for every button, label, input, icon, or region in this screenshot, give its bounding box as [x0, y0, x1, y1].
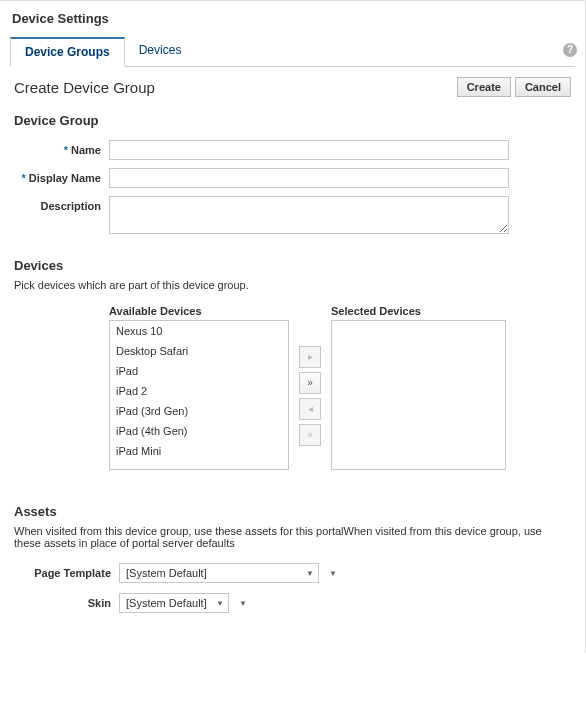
- tab-bar: Device Groups Devices: [10, 36, 575, 67]
- chevron-down-icon: ▼: [212, 599, 228, 608]
- display-name-label: * Display Name: [14, 168, 109, 184]
- cancel-button[interactable]: Cancel: [515, 77, 571, 97]
- help-icon[interactable]: ?: [563, 43, 577, 57]
- move-left-button[interactable]: ◂: [299, 398, 321, 420]
- page-template-select[interactable]: [System Default] ▼: [119, 563, 319, 583]
- skin-select[interactable]: [System Default] ▼: [119, 593, 229, 613]
- name-input[interactable]: [109, 140, 509, 160]
- available-device-item[interactable]: iPad (3rd Gen): [110, 401, 288, 421]
- available-device-item[interactable]: Desktop Safari: [110, 341, 288, 361]
- move-right-button[interactable]: ▸: [299, 346, 321, 368]
- page-template-label: Page Template: [14, 567, 119, 579]
- skin-label: Skin: [14, 597, 119, 609]
- name-label: * Name: [14, 140, 109, 156]
- skin-value: [System Default]: [126, 597, 207, 609]
- selected-devices-label: Selected Devices: [331, 305, 506, 317]
- move-all-left-button[interactable]: «: [299, 424, 321, 446]
- page-title: Device Settings: [12, 11, 579, 26]
- chevron-down-icon: ▼: [302, 569, 318, 578]
- skin-menu-button[interactable]: ▼: [235, 593, 251, 613]
- tab-devices[interactable]: Devices: [125, 37, 196, 67]
- available-device-item[interactable]: Nexus 10: [110, 321, 288, 341]
- page-template-menu-button[interactable]: ▼: [325, 563, 341, 583]
- description-input[interactable]: [109, 196, 509, 234]
- available-device-item[interactable]: iPad (4th Gen): [110, 421, 288, 441]
- device-group-legend: Device Group: [14, 113, 571, 128]
- description-label: Description: [14, 196, 109, 212]
- available-device-item[interactable]: iPad Mini: [110, 441, 288, 461]
- page-template-value: [System Default]: [126, 567, 207, 579]
- device-settings-panel: Device Settings ? Device Groups Devices …: [0, 0, 586, 653]
- create-button[interactable]: Create: [457, 77, 511, 97]
- selected-devices-list[interactable]: [331, 320, 506, 470]
- devices-legend: Devices: [14, 258, 571, 273]
- display-name-input[interactable]: [109, 168, 509, 188]
- available-devices-list[interactable]: Nexus 10Desktop SafariiPadiPad 2iPad (3r…: [109, 320, 289, 470]
- form-title: Create Device Group: [14, 79, 155, 96]
- available-devices-label: Available Devices: [109, 305, 289, 317]
- available-device-item[interactable]: iPad 2: [110, 381, 288, 401]
- assets-legend: Assets: [14, 504, 571, 519]
- device-shuttle: Available Devices Nexus 10Desktop Safari…: [109, 305, 571, 470]
- tab-device-groups[interactable]: Device Groups: [10, 37, 125, 67]
- available-device-item[interactable]: iPad: [110, 361, 288, 381]
- assets-hint: When visited from this device group, use…: [14, 525, 571, 549]
- tab-content: Create Device Group Create Cancel Device…: [6, 67, 579, 633]
- devices-hint: Pick devices which are part of this devi…: [14, 279, 571, 291]
- move-all-right-button[interactable]: »: [299, 372, 321, 394]
